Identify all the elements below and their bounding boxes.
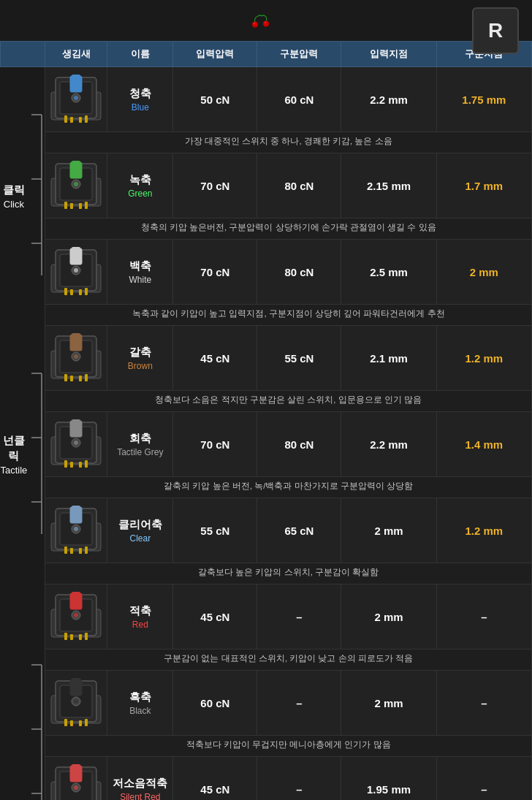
svg-rect-65 xyxy=(70,462,73,468)
actuation-force-cell: 80 cN xyxy=(257,153,341,218)
svg-point-2 xyxy=(263,21,269,27)
input-force-cell: 70 cN xyxy=(173,240,257,305)
actuation-force-cell: 80 cN xyxy=(257,240,341,305)
page-wrapper: R 생김새이름입력압력구분압력입력지점구분지점 클릭 Click xyxy=(0,0,532,800)
bracket-cell xyxy=(27,67,45,326)
actuation-point-cell: 1.75 mm xyxy=(436,67,531,132)
svg-rect-40 xyxy=(79,289,82,295)
input-force-cell: 45 cN xyxy=(173,757,257,801)
actuation-point-cell: 1.2 mm xyxy=(436,498,531,563)
svg-rect-93 xyxy=(85,633,88,640)
table-header-row: 생김새이름입력압력구분압력입력지점구분지점 xyxy=(1,42,532,67)
switch-name-en: White xyxy=(110,275,170,285)
switch-name-cell: 적축 Red xyxy=(107,584,173,649)
desc-cell: 갈축보다 높은 키압의 스위치, 구분감이 확실함 xyxy=(45,563,532,584)
rebyte-logo: R xyxy=(472,7,519,54)
col-input-force: 입력압력 xyxy=(173,42,257,67)
section-label-cell: 클릭 Click xyxy=(1,67,28,326)
brand-area xyxy=(243,10,289,31)
desc-row: 청축보다 소음은 적지만 구분감은 살린 스위치, 입문용으로 인기 많음 xyxy=(1,391,532,412)
switch-image xyxy=(48,156,104,212)
switch-image xyxy=(48,329,104,384)
svg-rect-92 xyxy=(64,633,67,640)
input-force-cell: 50 cN xyxy=(173,67,257,132)
svg-rect-18 xyxy=(79,117,82,123)
svg-rect-29 xyxy=(79,203,82,209)
switch-name-en: Green xyxy=(110,188,170,199)
switch-name-cell: 회축 Tactile Grey xyxy=(107,412,173,477)
switch-row: 흑축 Black 60 cN–2 mm– xyxy=(1,671,532,736)
input-force-cell: 60 cN xyxy=(173,671,257,736)
svg-point-3 xyxy=(265,22,267,24)
svg-point-91 xyxy=(74,613,78,617)
section-label-kr: 클릭 xyxy=(3,182,25,197)
switch-name-en: Black xyxy=(110,706,170,716)
desc-row: 구분감이 없는 대표적인 스위치, 키압이 낮고 손의 피로도가 적음 xyxy=(1,649,532,671)
desc-row: 적축보다 키압이 무겁지만 메니아층에게 인기가 많음 xyxy=(1,736,532,757)
desc-cell: 녹축과 같이 키압이 높고 입력지점, 구분지점이 상당히 깊어 파워타건러에게… xyxy=(45,305,532,326)
svg-rect-66 xyxy=(79,462,82,468)
switch-name-en: Tactile Grey xyxy=(110,447,170,457)
desc-cell: 적축보다 키압이 무겁지만 메니아층에게 인기가 많음 xyxy=(45,736,532,757)
switch-name-kr: 녹축 xyxy=(110,173,170,187)
desc-row: 가장 대중적인 스위치 중 하나, 경쾌한 키감, 높은 소음 xyxy=(1,132,532,153)
switch-name-kr: 흑축 xyxy=(110,690,170,704)
switch-name-en: Silent Red xyxy=(110,792,170,801)
switch-name-kr: 백축 xyxy=(110,259,170,273)
switch-name-kr: 회축 xyxy=(110,432,170,446)
input-point-cell: 2.2 mm xyxy=(341,412,436,477)
actuation-point-cell: 1.2 mm xyxy=(436,326,531,391)
actuation-force-cell: 60 cN xyxy=(257,67,341,132)
switch-image xyxy=(48,415,104,471)
switch-name-kr: 저소음적축 xyxy=(110,777,170,791)
svg-rect-89 xyxy=(72,592,80,598)
switch-image xyxy=(48,674,104,729)
actuation-point-cell: – xyxy=(436,757,531,801)
actuation-point-cell: 2 mm xyxy=(436,240,531,305)
switch-row: 녹축 Green 70 cN80 cN2.15 mm1.7 mm xyxy=(1,153,532,218)
svg-rect-12 xyxy=(72,75,80,80)
switch-image-cell xyxy=(45,67,107,132)
svg-rect-49 xyxy=(72,333,80,339)
input-force-cell: 70 cN xyxy=(173,412,257,477)
svg-rect-28 xyxy=(70,203,73,209)
desc-cell: 가장 대중적인 스위치 중 하나, 경쾌한 키감, 높은 소음 xyxy=(45,132,532,153)
switch-row: 백축 White 70 cN80 cN2.5 mm2 mm xyxy=(1,240,532,305)
input-point-cell: 2 mm xyxy=(341,498,436,563)
switch-image-cell xyxy=(45,240,107,305)
input-point-cell: 2.15 mm xyxy=(341,153,436,218)
svg-rect-77 xyxy=(79,548,82,554)
svg-rect-55 xyxy=(79,376,82,381)
svg-point-73 xyxy=(74,527,78,531)
switch-image-cell xyxy=(45,757,107,801)
svg-point-51 xyxy=(74,354,78,359)
rebyte-r-icon: R xyxy=(488,20,503,41)
switch-image xyxy=(48,70,104,126)
actuation-force-cell: – xyxy=(257,757,341,801)
actuation-force-cell: – xyxy=(257,584,341,649)
svg-rect-94 xyxy=(70,634,73,640)
svg-rect-103 xyxy=(64,719,67,726)
svg-rect-23 xyxy=(72,161,80,167)
switch-image xyxy=(48,243,104,298)
svg-point-0 xyxy=(252,22,258,28)
cherry-icon xyxy=(250,10,270,31)
actuation-point-cell: 1.7 mm xyxy=(436,153,531,218)
svg-rect-53 xyxy=(85,374,88,381)
switch-image xyxy=(48,501,104,557)
svg-rect-106 xyxy=(79,720,82,726)
switch-image-cell xyxy=(45,584,107,649)
header: R xyxy=(0,0,532,41)
actuation-force-cell: 55 cN xyxy=(257,326,341,391)
spec-table-container: 생김새이름입력압력구분압력입력지점구분지점 클릭 Click xyxy=(0,41,532,800)
switch-name-kr: 적축 xyxy=(110,604,170,618)
desc-row: 갈축의 키압 높은 버전, 녹/백축과 마찬가지로 구분압력이 상당함 xyxy=(1,477,532,498)
switch-row: 클리어축 Clear 55 cN65 cN2 mm1.2 mm xyxy=(1,498,532,563)
switch-image xyxy=(48,587,104,643)
svg-rect-38 xyxy=(85,288,88,295)
desc-cell: 구분감이 없는 대표적인 스위치, 키압이 낮고 손의 피로도가 적음 xyxy=(45,649,532,671)
bracket-svg xyxy=(27,99,45,292)
actuation-force-cell: – xyxy=(257,671,341,736)
switch-name-en: Brown xyxy=(110,361,170,371)
switch-name-en: Red xyxy=(110,620,170,630)
